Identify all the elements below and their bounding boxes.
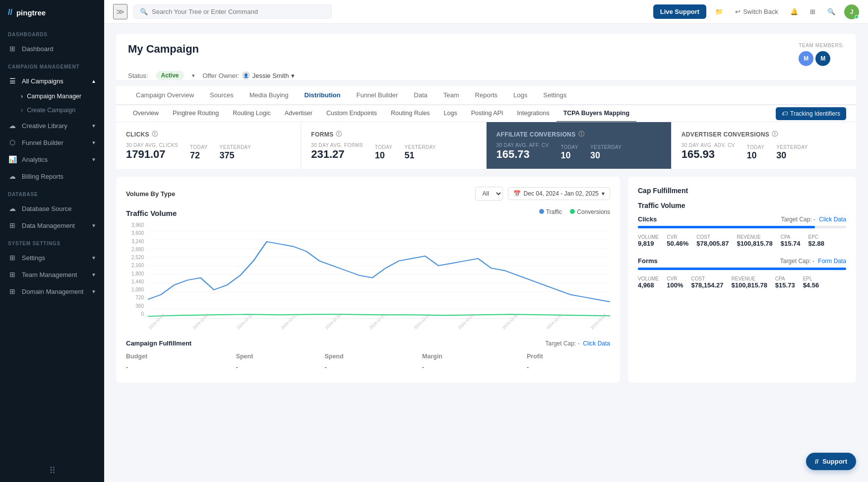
tab-distribution[interactable]: Distribution bbox=[297, 86, 349, 105]
sub-tab-integrations[interactable]: Integrations bbox=[510, 105, 556, 122]
sidebar-item-dashboard[interactable]: ⊞ Dashboard bbox=[0, 40, 104, 57]
date-picker-button[interactable]: 📅 Dec 04, 2024 - Jan 02, 2025 ▾ bbox=[508, 187, 610, 200]
billing-reports-icon: ☁ bbox=[8, 172, 17, 180]
sidebar-section-database: DATABASE ☁ Database Source ⊞ Data Manage… bbox=[0, 185, 104, 234]
team-avatar-m1: M bbox=[799, 51, 813, 66]
sidebar-item-label: Analytics bbox=[22, 156, 48, 163]
sidebar-item-data-management[interactable]: ⊞ Data Management ▼ bbox=[0, 217, 104, 234]
cap-stat-volume-clicks: Volume 9,819 bbox=[638, 234, 659, 247]
sub-tab-logs[interactable]: Logs bbox=[437, 105, 464, 122]
tab-team[interactable]: Team bbox=[435, 86, 467, 105]
yesterday-label-advertiser: YESTERDAY bbox=[776, 144, 807, 150]
fulfillment-click-data-link[interactable]: Click Data bbox=[583, 340, 610, 347]
sidebar-item-billing-reports[interactable]: ☁ Billing Reports bbox=[0, 168, 104, 185]
sub-tab-pingtree-routing[interactable]: Pingtree Routing bbox=[166, 105, 226, 122]
sidebar-item-team-management[interactable]: ⊞ Team Management ▼ bbox=[0, 266, 104, 283]
clicks-target: Target Cap: - Click Data bbox=[781, 215, 846, 223]
support-fab-icon: // bbox=[815, 458, 818, 465]
chevron-down-icon: ▼ bbox=[91, 272, 96, 277]
sidebar-item-label: All Campaigns bbox=[22, 77, 63, 85]
global-search-button[interactable]: 🔍 bbox=[824, 6, 838, 17]
stat-values-clicks: 30 DAY AVG. CLICKS 1791.07 TODAY 72 YEST… bbox=[126, 142, 291, 161]
avg-val-forms: 231.27 bbox=[311, 148, 363, 161]
tab-data[interactable]: Data bbox=[406, 86, 435, 105]
sidebar-sub-campaign-manager[interactable]: Campaign Manager bbox=[0, 89, 104, 103]
cap-label-forms: Forms bbox=[638, 257, 658, 265]
avg-label-advertiser: 30 DAY AVG. ADV. CV bbox=[682, 142, 735, 148]
stat-values-advertiser: 30 DAY AVG. ADV. CV 165.93 TODAY 10 YEST… bbox=[682, 142, 846, 161]
stat-values-affiliate: 30 DAY AVG. AFF. CV 165.73 TODAY 10 YEST… bbox=[496, 142, 661, 161]
today-val-forms: 10 bbox=[375, 150, 393, 161]
sidebar-item-settings[interactable]: ⊞ Settings ▼ bbox=[0, 249, 104, 266]
status-badge: Active bbox=[156, 71, 184, 80]
logo-icon: // bbox=[8, 8, 12, 17]
cap-section-forms: Forms Target Cap: - Form Data Volume 4,9… bbox=[638, 257, 846, 289]
tab-media-buying[interactable]: Media Buying bbox=[242, 86, 297, 105]
sidebar-item-database-source[interactable]: ☁ Database Source bbox=[0, 200, 104, 217]
avg-label-forms: 30 DAY AVG. FORMS bbox=[311, 142, 363, 148]
stat-title-affiliate: Affiliate Conversions ⓘ bbox=[496, 130, 661, 138]
col-spent: Spent bbox=[236, 351, 325, 362]
live-support-button[interactable]: Live Support bbox=[653, 4, 706, 19]
status-dropdown-icon[interactable]: ▾ bbox=[192, 72, 195, 79]
legend-conversions: Conversions bbox=[570, 208, 610, 215]
sub-tab-tcpa[interactable]: TCPA Buyers Mapping bbox=[557, 105, 636, 122]
sidebar-item-creative-library[interactable]: ☁ Creative Library ▼ bbox=[0, 117, 104, 134]
today-label-advertiser: TODAY bbox=[747, 144, 765, 150]
content-below: Volume By Type All 📅 Dec 04, 2024 - Jan … bbox=[116, 177, 856, 383]
clicks-bar-fill bbox=[638, 226, 815, 228]
tab-sources[interactable]: Sources bbox=[202, 86, 242, 105]
cap-stat-cpa-forms: CPA $15.73 bbox=[775, 276, 795, 289]
switch-back-button[interactable]: ↩ Switch Back bbox=[732, 6, 781, 17]
cap-stat-revenue-clicks: Revenue $100,815.78 bbox=[737, 234, 772, 247]
search-bar: 🔍 bbox=[133, 4, 332, 19]
tracking-icon: 🏷 bbox=[782, 110, 788, 117]
settings-icon: ⊞ bbox=[8, 254, 17, 262]
folder-icon-button[interactable]: 📁 bbox=[712, 6, 726, 17]
owner-dropdown-icon[interactable]: ▾ bbox=[291, 72, 295, 79]
tab-reports[interactable]: Reports bbox=[467, 86, 506, 105]
val-profit: - bbox=[527, 362, 610, 373]
chevron-down-icon: ▼ bbox=[91, 289, 96, 294]
chevron-down-icon: ▼ bbox=[91, 140, 96, 145]
x-axis-labels: 2024-12-04 2024-12-07 2024-12-10 2024-12… bbox=[148, 323, 610, 332]
tab-settings[interactable]: Settings bbox=[535, 86, 574, 105]
today-label-clicks: TODAY bbox=[190, 144, 208, 150]
apps-button[interactable]: ⊞ bbox=[807, 6, 818, 17]
tab-logs[interactable]: Logs bbox=[505, 86, 535, 105]
tab-campaign-overview[interactable]: Campaign Overview bbox=[128, 86, 202, 105]
domain-management-icon: ⊞ bbox=[8, 287, 17, 295]
sidebar-item-analytics[interactable]: 📊 Analytics ▼ bbox=[0, 151, 104, 168]
support-fab-button[interactable]: // Support bbox=[806, 453, 856, 470]
forms-bar-fill bbox=[638, 268, 846, 270]
search-input[interactable] bbox=[152, 8, 325, 15]
sub-tab-routing-logic[interactable]: Routing Logic bbox=[226, 105, 277, 122]
click-data-link[interactable]: Click Data bbox=[819, 216, 846, 223]
yesterday-val-affiliate: 30 bbox=[590, 150, 621, 161]
sub-tab-advertiser[interactable]: Advertiser bbox=[278, 105, 319, 122]
sidebar-item-funnel-builder[interactable]: ⬡ Funnel Builder ▼ bbox=[0, 134, 104, 151]
user-avatar[interactable]: J bbox=[844, 4, 859, 19]
sidebar-item-label: Dashboard bbox=[22, 45, 54, 53]
sidebar-grid-icon: ⠿ bbox=[49, 465, 56, 476]
sub-tab-custom-endpoints[interactable]: Custom Endpoints bbox=[319, 105, 384, 122]
yesterday-label-affiliate: YESTERDAY bbox=[590, 144, 621, 150]
sub-tab-posting-api[interactable]: Posting API bbox=[464, 105, 510, 122]
sidebar-sub-create-campaign[interactable]: Create Campaign bbox=[0, 103, 104, 117]
sidebar-item-domain-management[interactable]: ⊞ Domain Management ▼ bbox=[0, 283, 104, 300]
sidebar-item-all-campaigns[interactable]: ☰ All Campaigns ▲ bbox=[0, 72, 104, 89]
sidebar-section-dashboards: DASHBOARDS ⊞ Dashboard bbox=[0, 25, 104, 57]
form-data-link[interactable]: Form Data bbox=[818, 258, 846, 265]
stat-title-advertiser: Advertiser Conversions ⓘ bbox=[682, 130, 846, 138]
cap-row-clicks: Clicks Target Cap: - Click Data bbox=[638, 215, 846, 223]
notification-button[interactable]: 🔔 bbox=[787, 6, 801, 17]
tab-funnel-builder[interactable]: Funnel Builder bbox=[348, 86, 406, 105]
today-val-affiliate: 10 bbox=[560, 150, 578, 161]
chart-type-select[interactable]: All bbox=[475, 187, 503, 201]
sidebar-collapse-button[interactable]: ≫ bbox=[113, 4, 127, 19]
sub-tab-overview[interactable]: Overview bbox=[126, 105, 166, 122]
tracking-identifiers-button[interactable]: 🏷 Tracking Identifiers bbox=[776, 107, 846, 120]
right-panel: Cap Fulfillment Traffic Volume Clicks Ta… bbox=[628, 177, 856, 383]
creative-library-icon: ☁ bbox=[8, 122, 17, 130]
sub-tab-routing-rules[interactable]: Routing Rules bbox=[384, 105, 437, 122]
